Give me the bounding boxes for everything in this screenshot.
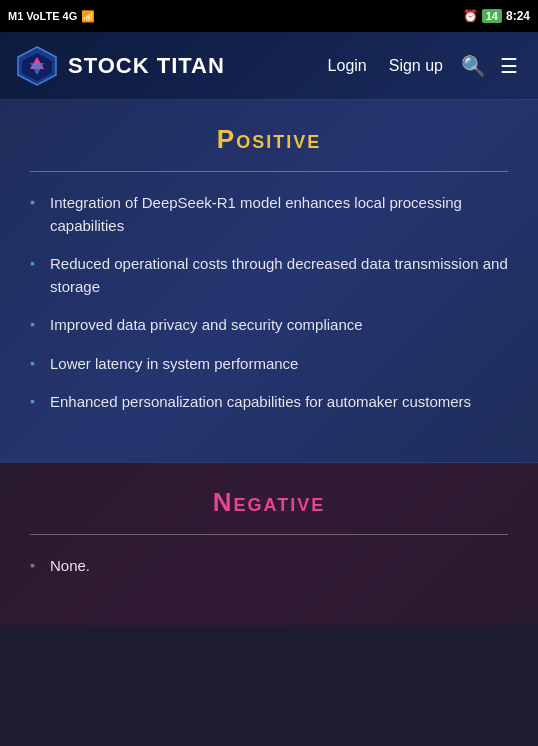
list-item: Reduced operational costs through decrea…	[30, 253, 508, 298]
list-item: Improved data privacy and security compl…	[30, 314, 508, 337]
status-right: ⏰ 14 8:24	[463, 9, 530, 23]
status-left: M1 VoLTE 4G 📶	[8, 10, 95, 23]
navbar: STOCK TITAN Login Sign up 🔍 ☰	[0, 32, 538, 100]
positive-divider	[30, 171, 508, 172]
negative-list: None.	[30, 555, 508, 578]
logo-icon	[16, 45, 58, 87]
sim-icon: 📶	[81, 10, 95, 23]
logo-text: STOCK TITAN	[68, 53, 225, 79]
content-area: Positive Integration of DeepSeek-R1 mode…	[0, 100, 538, 746]
alarm-icon: ⏰	[463, 9, 478, 23]
negative-divider	[30, 534, 508, 535]
positive-list: Integration of DeepSeek-R1 model enhance…	[30, 192, 508, 414]
battery-indicator: 14	[482, 9, 502, 23]
negative-title: Negative	[30, 487, 508, 518]
status-bar: M1 VoLTE 4G 📶 ⏰ 14 8:24	[0, 0, 538, 32]
login-link[interactable]: Login	[320, 53, 375, 79]
list-item: Lower latency in system performance	[30, 353, 508, 376]
menu-icon[interactable]: ☰	[496, 50, 522, 82]
positive-title: Positive	[30, 124, 508, 155]
positive-section: Positive Integration of DeepSeek-R1 mode…	[0, 100, 538, 463]
list-item: Enhanced personalization capabilities fo…	[30, 391, 508, 414]
list-item: None.	[30, 555, 508, 578]
carrier-info: M1 VoLTE 4G	[8, 10, 77, 22]
signup-link[interactable]: Sign up	[381, 53, 451, 79]
time-display: 8:24	[506, 9, 530, 23]
list-item: Integration of DeepSeek-R1 model enhance…	[30, 192, 508, 237]
logo-area: STOCK TITAN	[16, 45, 225, 87]
negative-section: Negative None.	[0, 463, 538, 626]
search-icon[interactable]: 🔍	[457, 50, 490, 82]
nav-links: Login Sign up 🔍 ☰	[320, 50, 522, 82]
